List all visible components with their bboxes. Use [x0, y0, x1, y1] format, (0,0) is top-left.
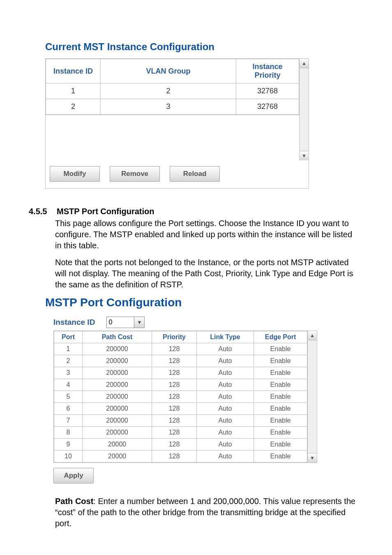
mst-cell-id: 1	[46, 83, 101, 99]
mst-cell-priority: 32768	[236, 99, 299, 115]
port-cell-link: Auto	[197, 403, 254, 415]
port-cell-cost: 200000	[83, 403, 152, 415]
port-cell-priority: 128	[152, 451, 197, 462]
port-cell-cost: 200000	[83, 415, 152, 427]
instance-id-combo[interactable]: ▼	[106, 317, 145, 328]
port-cell-cost: 200000	[83, 427, 152, 439]
port-col-edge: Edge Port	[254, 331, 307, 343]
port-col-link: Link Type	[197, 331, 254, 343]
port-cell-port: 9	[54, 439, 83, 451]
port-row[interactable]: 7200000128AutoEnable	[54, 415, 307, 427]
subsection-heading: 4.5.5 MSTP Port Configuration	[29, 207, 363, 216]
port-cell-edge: Enable	[254, 415, 307, 427]
port-cell-edge: Enable	[254, 439, 307, 451]
scroll-up-icon[interactable]: ▲	[308, 331, 317, 340]
port-cell-port: 4	[54, 379, 83, 391]
port-cell-priority: 128	[152, 439, 197, 451]
scroll-up-icon[interactable]: ▲	[300, 59, 309, 68]
port-row[interactable]: 1200000128AutoEnable	[54, 343, 307, 355]
mstp-section-title: MSTP Port Configuration	[45, 296, 363, 309]
instance-id-label: Instance ID	[53, 318, 95, 327]
port-cell-edge: Enable	[254, 343, 307, 355]
port-cell-priority: 128	[152, 379, 197, 391]
pathcost-label: Path Cost	[55, 497, 93, 506]
port-row[interactable]: 8200000128AutoEnable	[54, 427, 307, 439]
scroll-track[interactable]	[300, 68, 309, 151]
port-cell-cost: 200000	[83, 379, 152, 391]
port-cell-link: Auto	[197, 391, 254, 403]
mst-cell-vlan: 3	[101, 99, 236, 115]
port-cell-edge: Enable	[254, 403, 307, 415]
port-cell-link: Auto	[197, 355, 254, 367]
subsection-paragraph: This page allows configure the Port sett…	[55, 218, 359, 251]
port-cell-priority: 128	[152, 367, 197, 379]
port-cell-cost: 200000	[83, 355, 152, 367]
mst-col-priority: Instance Priority	[236, 59, 299, 83]
scroll-down-icon[interactable]: ▼	[300, 151, 309, 160]
port-cell-port: 2	[54, 355, 83, 367]
reload-button[interactable]: Reload	[170, 166, 220, 182]
port-cell-port: 5	[54, 391, 83, 403]
scroll-down-icon[interactable]: ▼	[308, 453, 317, 462]
pathcost-text: : Enter a number between 1 and 200,000,0…	[55, 497, 355, 528]
port-cell-link: Auto	[197, 451, 254, 462]
remove-button[interactable]: Remove	[110, 166, 160, 182]
mst-cell-priority: 32768	[236, 83, 299, 99]
port-cell-priority: 128	[152, 355, 197, 367]
port-cell-port: 10	[54, 451, 83, 462]
port-cell-link: Auto	[197, 439, 254, 451]
port-cell-port: 3	[54, 367, 83, 379]
port-cell-port: 8	[54, 427, 83, 439]
port-cell-priority: 128	[152, 427, 197, 439]
port-cell-cost: 20000	[83, 439, 152, 451]
mst-scrollbar[interactable]: ▲ ▼	[299, 59, 309, 160]
port-cell-cost: 200000	[83, 367, 152, 379]
port-col-cost: Path Cost	[83, 331, 152, 343]
subsection-title: MSTP Port Configuration	[57, 207, 154, 216]
port-cell-link: Auto	[197, 343, 254, 355]
port-cell-edge: Enable	[254, 391, 307, 403]
port-cell-priority: 128	[152, 343, 197, 355]
port-cell-port: 1	[54, 343, 83, 355]
port-cell-link: Auto	[197, 427, 254, 439]
port-col-port: Port	[54, 331, 83, 343]
port-cell-link: Auto	[197, 415, 254, 427]
subsection-paragraph: Note that the ports not belonged to the …	[55, 257, 359, 290]
mst-col-id: Instance ID	[46, 59, 101, 83]
port-cell-cost: 20000	[83, 451, 152, 462]
port-cell-priority: 128	[152, 391, 197, 403]
port-cell-edge: Enable	[254, 427, 307, 439]
port-cell-priority: 128	[152, 403, 197, 415]
mst-table: Instance ID VLAN Group Instance Priority…	[46, 59, 299, 115]
port-row[interactable]: 5200000128AutoEnable	[54, 391, 307, 403]
port-row[interactable]: 6200000128AutoEnable	[54, 403, 307, 415]
scroll-track[interactable]	[308, 340, 317, 453]
mst-row[interactable]: 2 3 32768	[46, 99, 299, 115]
port-col-priority: Priority	[152, 331, 197, 343]
port-cell-edge: Enable	[254, 451, 307, 462]
instance-id-input[interactable]	[106, 317, 134, 328]
port-row[interactable]: 3200000128AutoEnable	[54, 367, 307, 379]
port-row[interactable]: 2200000128AutoEnable	[54, 355, 307, 367]
port-row[interactable]: 920000128AutoEnable	[54, 439, 307, 451]
port-row[interactable]: 4200000128AutoEnable	[54, 379, 307, 391]
mst-panel: Instance ID VLAN Group Instance Priority…	[45, 58, 309, 189]
port-row[interactable]: 1020000128AutoEnable	[54, 451, 307, 462]
chevron-down-icon[interactable]: ▼	[134, 317, 145, 328]
pathcost-description: Path Cost: Enter a number between 1 and …	[55, 496, 359, 529]
subsection-number: 4.5.5	[29, 207, 47, 216]
mst-col-vlan: VLAN Group	[101, 59, 236, 83]
port-cell-edge: Enable	[254, 355, 307, 367]
apply-button[interactable]: Apply	[53, 468, 94, 483]
port-cell-cost: 200000	[83, 343, 152, 355]
port-cell-link: Auto	[197, 379, 254, 391]
port-scrollbar[interactable]: ▲ ▼	[307, 331, 317, 462]
mst-cell-vlan: 2	[101, 83, 236, 99]
mst-row[interactable]: 1 2 32768	[46, 83, 299, 99]
port-panel: Port Path Cost Priority Link Type Edge P…	[53, 331, 317, 463]
port-cell-port: 6	[54, 403, 83, 415]
port-cell-cost: 200000	[83, 391, 152, 403]
port-table: Port Path Cost Priority Link Type Edge P…	[54, 331, 307, 462]
modify-button[interactable]: Modify	[50, 166, 100, 182]
mst-empty-area	[46, 115, 299, 160]
